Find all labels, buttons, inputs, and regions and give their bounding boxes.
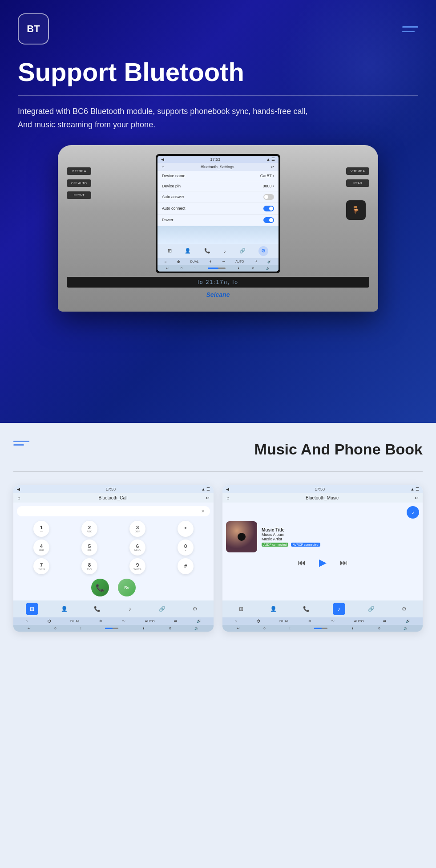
ctrl-temp-left[interactable]: V TEMP A [67, 167, 91, 175]
phone-icon[interactable]: 📞 [204, 248, 210, 254]
m-power[interactable]: ⏻ [256, 619, 260, 623]
auto-answer-toggle[interactable] [263, 194, 274, 200]
ctrl-off-auto[interactable]: OFF AUTO [67, 179, 91, 187]
music-title: Bluetooth_Music [306, 495, 339, 500]
call-back-icon[interactable]: ↩ [206, 495, 209, 500]
dial-star[interactable]: * [178, 521, 194, 537]
device-pin-row: Device pin 0000 › [157, 181, 279, 191]
music-link-icon[interactable]: 🔗 [365, 603, 378, 615]
m-vol[interactable]: 🔊 [406, 619, 410, 623]
dial-0[interactable]: 0+ [178, 539, 194, 556]
c-power[interactable]: ⏻ [47, 619, 51, 623]
dial-4[interactable]: 4GHI [33, 539, 49, 556]
power-ctrl[interactable]: ⏻ [177, 260, 180, 263]
c-fan[interactable]: ❄ [99, 619, 102, 623]
c-back[interactable]: ↩ [28, 626, 31, 630]
dial-3[interactable]: 3DEF [129, 521, 145, 537]
call-home-icon[interactable]: ⌂ [18, 495, 20, 500]
call-settings-icon[interactable]: ⚙ [189, 603, 201, 615]
vol-down[interactable]: 🔉 [266, 267, 270, 270]
sync-ctrl[interactable]: ⇄ [254, 260, 257, 264]
c-vol[interactable]: 🔊 [197, 619, 201, 623]
dial-6[interactable]: 6MNO [129, 539, 145, 556]
auto-connect-toggle[interactable] [263, 206, 274, 211]
m-auto[interactable]: AUTO [354, 619, 364, 623]
person-icon[interactable]: 👤 [185, 248, 191, 254]
call-ctrl-bar: ⌂ ⏻ DUAL ❄ 〜 AUTO ⇄ 🔊 [13, 617, 214, 625]
seicane-display: lo 21:17л, lo [67, 277, 369, 288]
music-back-btn[interactable]: ◀ [226, 487, 229, 491]
ac-ctrl[interactable]: 〜 [222, 260, 225, 264]
music-music-icon[interactable]: ♪ [333, 603, 345, 615]
dial-hash[interactable]: # [178, 558, 194, 574]
call-person-icon[interactable]: 👤 [58, 603, 71, 615]
next-icon[interactable]: ⏭ [340, 558, 348, 568]
answer-button[interactable]: 📞 [91, 579, 109, 596]
music-note-btn[interactable]: ♪ [407, 506, 419, 519]
play-button[interactable]: ▶ [319, 557, 327, 568]
c-sync[interactable]: ⇄ [174, 619, 177, 623]
menu-icon[interactable] [402, 26, 418, 32]
call-search-bar[interactable]: ✕ [17, 506, 210, 516]
settings-icon[interactable]: ⚙ [258, 246, 268, 256]
music-apps-icon[interactable]: ⊞ [235, 603, 247, 615]
power-row: Power [157, 215, 279, 226]
dial-9[interactable]: 9WXYZ [129, 558, 145, 574]
dial-8[interactable]: 8TUV [81, 558, 97, 574]
dialpad: 1— 2ABC 3DEF * 4GHI 5JKL 6MNO 0+ 7PQRS 8… [17, 521, 210, 574]
ctrl-rear[interactable]: REAR [346, 179, 369, 187]
call-apps-icon[interactable]: ⊞ [26, 603, 38, 615]
c-home[interactable]: ⌂ [26, 619, 28, 623]
header-row: BT [18, 13, 418, 45]
dial-1[interactable]: 1— [33, 521, 49, 537]
ctrl-temp-right[interactable]: V TEMP A [346, 167, 369, 175]
dial-5[interactable]: 5JKL [81, 539, 97, 556]
home-icon[interactable]: ⌂ [162, 165, 164, 169]
music-status-icons: ▲ ☰ [411, 487, 419, 491]
temp-slider[interactable] [208, 268, 226, 269]
apps-icon[interactable]: ⊞ [168, 248, 172, 254]
ctrl-front[interactable]: FRONT [67, 191, 91, 199]
call-link-icon[interactable]: 🔗 [156, 603, 169, 615]
m-ac[interactable]: 〜 [331, 619, 335, 624]
c-dual: DUAL [70, 619, 80, 623]
back-ctrl[interactable]: ↩ [166, 267, 169, 270]
m-temp-slider[interactable] [314, 628, 327, 629]
m-fan[interactable]: ❄ [308, 619, 311, 623]
music-title-text: Music Title [262, 527, 419, 532]
clear-icon[interactable]: ✕ [201, 509, 205, 514]
music-person-icon[interactable]: 👤 [267, 603, 280, 615]
link-icon[interactable]: 🔗 [239, 248, 246, 254]
music-icon[interactable]: ♪ [224, 248, 226, 254]
back-icon[interactable]: ↩ [270, 165, 274, 169]
prev-icon[interactable]: ⏮ [298, 558, 306, 568]
power-toggle[interactable] [263, 217, 274, 223]
music-settings-icon[interactable]: ⚙ [398, 603, 410, 615]
back-arrow[interactable]: ◀ [161, 157, 164, 162]
fan-ctrl[interactable]: ❄ [209, 260, 212, 264]
call-screen: ◀ 17:53 ▲ ☰ ⌂ Bluetooth_Call ↩ ✕ 1— 2ABC… [13, 485, 214, 632]
seat-icon[interactable]: 🪑 [346, 200, 366, 220]
avrcp-badge: AVRCP connected [291, 543, 320, 547]
auto-ctrl[interactable]: AUTO [235, 260, 244, 263]
dial-2[interactable]: 2ABC [81, 521, 97, 537]
call-phone-icon[interactable]: 📞 [91, 603, 103, 615]
dial-7[interactable]: 7PQRS [33, 558, 49, 574]
bottom-menu-icon[interactable] [13, 441, 29, 446]
call-bottom-nav: ⊞ 👤 📞 ♪ 🔗 ⚙ [13, 600, 214, 617]
call-back-btn[interactable]: ◀ [17, 487, 20, 491]
c-temp-slider[interactable] [105, 628, 118, 629]
music-back-icon[interactable]: ↩ [415, 495, 418, 500]
c-ac[interactable]: 〜 [122, 619, 125, 624]
music-home-icon[interactable]: ⌂ [227, 495, 230, 500]
vol-ctrl[interactable]: 🔊 [267, 260, 271, 264]
call-music-icon[interactable]: ♪ [124, 603, 136, 615]
home-ctrl[interactable]: ⌂ [165, 260, 166, 263]
music-art-area: Music Title Music Album Music Artist A2D… [226, 521, 419, 552]
m-home[interactable]: ⌂ [235, 619, 237, 623]
music-phone-icon[interactable]: 📞 [300, 603, 312, 615]
m-back[interactable]: ↩ [237, 626, 240, 630]
c-auto[interactable]: AUTO [145, 619, 155, 623]
redial-button[interactable]: Re [118, 579, 136, 596]
m-sync[interactable]: ⇄ [383, 619, 386, 623]
